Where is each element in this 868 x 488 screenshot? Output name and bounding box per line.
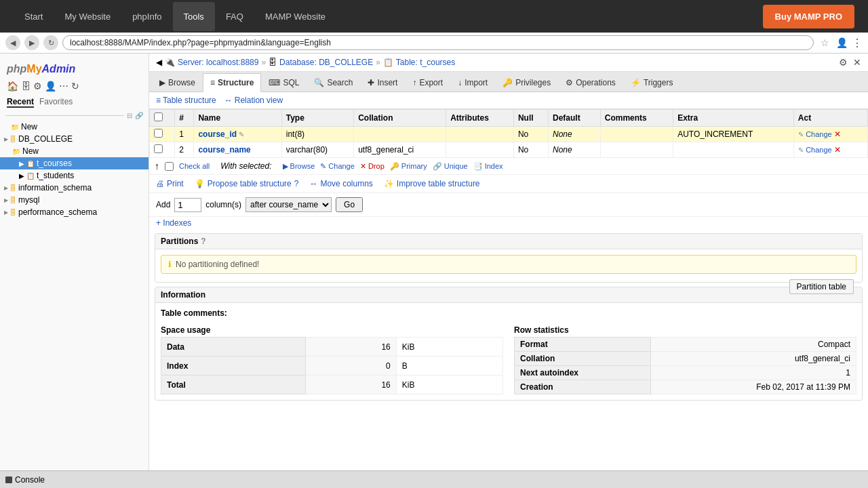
select-all-checkbox[interactable] bbox=[154, 113, 163, 121]
t-courses-label: t_courses bbox=[37, 159, 72, 168]
row2-num: 2 bbox=[175, 142, 194, 158]
console-bar[interactable]: Console bbox=[0, 470, 868, 488]
sidebar: php My Admin 🏠 🗄 ⚙ 👤 ⋯ ↻ Recent Favorite… bbox=[0, 54, 149, 488]
sql-icon: ⌨ bbox=[269, 78, 280, 87]
print-link[interactable]: 🖨 Print bbox=[156, 179, 184, 188]
row2-extra bbox=[673, 142, 794, 158]
home-icon[interactable]: 🏠 bbox=[7, 81, 18, 92]
buy-mamp-pro-button[interactable]: Buy MAMP PRO bbox=[763, 5, 854, 28]
add-count-input[interactable] bbox=[174, 198, 201, 212]
refresh-icon[interactable]: ↻ bbox=[71, 81, 79, 92]
extensions-icon: 👤 bbox=[836, 37, 848, 48]
new-root-label: New bbox=[21, 122, 37, 131]
change-row2-link[interactable]: Change bbox=[806, 146, 832, 154]
search-icon: 🔍 bbox=[314, 78, 324, 87]
sidebar-item-new-db[interactable]: 📁 New bbox=[0, 145, 149, 157]
selected-change[interactable]: ✎ Change bbox=[320, 162, 355, 171]
sidebar-item-t-courses[interactable]: ▶ 📋 t_courses bbox=[0, 157, 149, 169]
console-label[interactable]: Console bbox=[15, 475, 45, 485]
partition-table-button[interactable]: Partition table bbox=[789, 279, 854, 294]
sidebar-item-performance-schema[interactable]: ▶ 🗄 performance_schema bbox=[0, 206, 149, 218]
sidebar-item-information-schema[interactable]: ▶ 🗄 information_schema bbox=[0, 182, 149, 194]
col-actions: Act bbox=[793, 110, 867, 127]
partitions-help-icon[interactable]: ? bbox=[201, 237, 205, 246]
nav-mampwebsite[interactable]: MAMP Website bbox=[254, 2, 336, 31]
nav-phpinfo[interactable]: phpInfo bbox=[121, 2, 172, 31]
col-checkbox bbox=[150, 110, 175, 127]
insert-icon: ✚ bbox=[368, 78, 374, 87]
sidebar-item-t-students[interactable]: ▶ 📋 t_students bbox=[0, 169, 149, 182]
selected-primary[interactable]: 🔑 Primary bbox=[390, 162, 427, 171]
edit-field-icon[interactable]: ✎ bbox=[239, 131, 244, 138]
improve-structure-link[interactable]: ✨ Improve table structure bbox=[384, 179, 480, 188]
sidebar-item-db-college[interactable]: ▶ 🗄 DB_COLLEGE bbox=[0, 133, 149, 145]
favorites-tab[interactable]: Favorites bbox=[39, 97, 73, 108]
go-button[interactable]: Go bbox=[336, 197, 363, 212]
propose-structure-link[interactable]: 💡 Propose table structure ? bbox=[195, 179, 299, 188]
relation-view-link[interactable]: ↔ Relation view bbox=[224, 96, 283, 105]
propose-help-icon: ? bbox=[294, 179, 299, 188]
nav-tools[interactable]: Tools bbox=[173, 2, 215, 31]
breadcrumb-sep1: » bbox=[261, 58, 266, 67]
back-button[interactable]: ◀ bbox=[5, 35, 20, 50]
sub-navigation: ≡ Table structure ↔ Relation view bbox=[149, 92, 868, 109]
tab-structure[interactable]: ≡ Structure bbox=[203, 73, 261, 92]
sidebar-item-new-root[interactable]: 📁 New bbox=[0, 121, 149, 133]
selected-browse[interactable]: ▶ Browse bbox=[283, 162, 315, 171]
more-icon[interactable]: ⋯ bbox=[59, 81, 68, 92]
selected-index[interactable]: 📑 Index bbox=[473, 162, 503, 171]
nav-faq[interactable]: FAQ bbox=[215, 2, 254, 31]
close-icon[interactable]: ✕ bbox=[853, 57, 861, 68]
table-structure-link[interactable]: ≡ Table structure bbox=[156, 96, 216, 105]
tab-export[interactable]: ↑ Export bbox=[405, 73, 450, 92]
breadcrumb-server[interactable]: Server: localhost:8889 bbox=[178, 58, 258, 67]
col-default: Default bbox=[548, 110, 600, 127]
selected-unique[interactable]: 🔗 Unique bbox=[433, 162, 468, 171]
check-all-link[interactable]: Check all bbox=[179, 162, 210, 170]
tab-triggers[interactable]: ⚡ Triggers bbox=[623, 73, 681, 92]
breadcrumb-table[interactable]: Table: t_courses bbox=[396, 58, 455, 67]
tab-privileges[interactable]: 🔑 Privileges bbox=[495, 73, 558, 92]
bookmark-star-icon[interactable]: ☆ bbox=[818, 37, 832, 48]
database-icon[interactable]: 🗄 bbox=[21, 81, 31, 92]
nav-mywebsite[interactable]: My Website bbox=[54, 2, 121, 31]
back-arrow-icon[interactable]: ◀ bbox=[156, 58, 162, 67]
tab-sql[interactable]: ⌨ SQL bbox=[261, 73, 307, 92]
row2-checkbox[interactable] bbox=[150, 142, 175, 158]
add-position-select[interactable]: after course_name at beginning at end bbox=[245, 197, 332, 212]
sidebar-item-mysql[interactable]: ▶ 🗄 mysql bbox=[0, 194, 149, 206]
forward-button[interactable]: ▶ bbox=[24, 35, 39, 50]
row1-checkbox[interactable] bbox=[150, 127, 175, 142]
indexes-link[interactable]: + Indexes bbox=[149, 217, 868, 229]
partitions-section: Partitions ? ℹ No partitioning defined! … bbox=[155, 233, 863, 283]
import-icon: ↓ bbox=[458, 78, 462, 87]
nav-start[interactable]: Start bbox=[14, 2, 54, 31]
recent-tab[interactable]: Recent bbox=[7, 97, 34, 108]
settings-icon[interactable]: ⚙ bbox=[33, 81, 42, 92]
collapse-icon[interactable]: ⊟ bbox=[127, 112, 132, 119]
tab-insert[interactable]: ✚ Insert bbox=[360, 73, 405, 92]
url-bar[interactable] bbox=[62, 35, 814, 50]
stat-collation: Collation utf8_general_ci bbox=[515, 352, 856, 366]
table-structure-icon: ≡ bbox=[156, 96, 161, 105]
change-row1-link[interactable]: Change bbox=[806, 130, 832, 138]
breadcrumb-database[interactable]: Database: DB_COLLEGE bbox=[279, 58, 373, 67]
tab-search[interactable]: 🔍 Search bbox=[307, 73, 360, 92]
link-icon[interactable]: 🔗 bbox=[135, 112, 143, 119]
reload-button[interactable]: ↻ bbox=[43, 35, 58, 50]
row1-actions: ✎ Change ✕ bbox=[793, 127, 867, 142]
tab-operations[interactable]: ⚙ Operations bbox=[558, 73, 623, 92]
information-title: Information bbox=[155, 287, 862, 303]
settings-gear-icon[interactable]: ⚙ bbox=[839, 57, 848, 68]
table-comments-label: Table comments: bbox=[161, 308, 856, 318]
no-partition-message: ℹ No partitioning defined! bbox=[161, 255, 856, 274]
move-columns-link[interactable]: ↔ Move columns bbox=[309, 179, 372, 188]
selected-drop[interactable]: ✕ Drop bbox=[360, 162, 384, 171]
tab-import[interactable]: ↓ Import bbox=[450, 73, 495, 92]
tab-operations-label: Operations bbox=[576, 78, 616, 87]
tab-browse[interactable]: ▶ Browse bbox=[152, 73, 203, 92]
add-label: Add bbox=[156, 200, 170, 209]
user-icon[interactable]: 👤 bbox=[45, 81, 56, 92]
checkall-checkbox[interactable] bbox=[165, 162, 174, 171]
menu-icon[interactable]: ⋮ bbox=[852, 37, 863, 49]
